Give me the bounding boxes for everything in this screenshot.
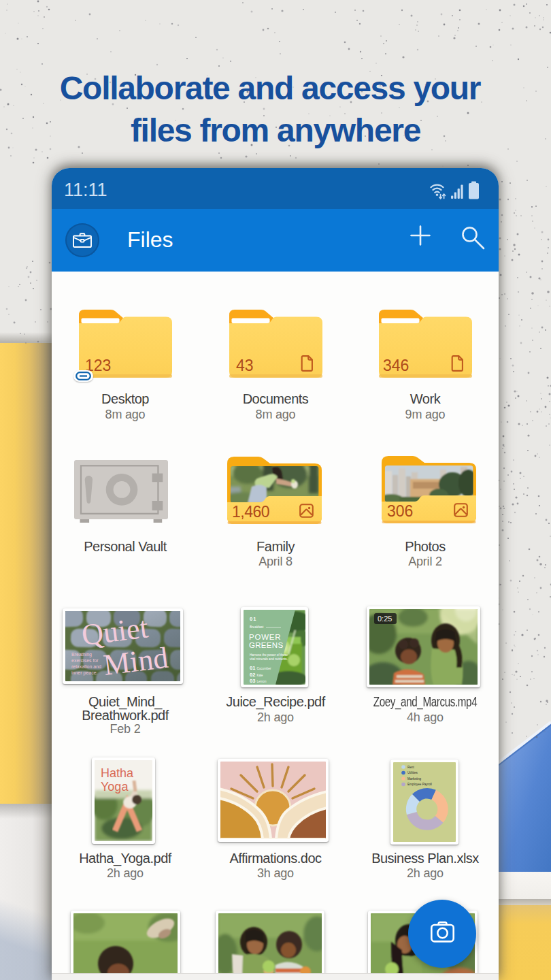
svg-text:Mind: Mind (101, 641, 170, 681)
svg-text:Hatha: Hatha (101, 766, 134, 780)
svg-text:Yoga: Yoga (101, 780, 129, 794)
svg-text:0:25: 0:25 (378, 615, 392, 623)
svg-text:Rent: Rent (407, 766, 414, 769)
svg-text:relaxation and: relaxation and (71, 664, 101, 669)
svg-text:exercises for: exercises for (71, 658, 99, 663)
svg-text:inner peace.: inner peace. (71, 670, 98, 676)
svg-text:Utilities: Utilities (407, 771, 418, 774)
svg-text:01: 01 (250, 616, 256, 622)
svg-text:vital minerals and nutrients.: vital minerals and nutrients. (250, 657, 288, 661)
svg-text:Harness the power of these: Harness the power of these (250, 653, 288, 657)
svg-text:Employee Payroll: Employee Payroll (407, 783, 432, 786)
svg-text:GREENS: GREENS (249, 641, 283, 649)
svg-text:Breakfast: Breakfast (250, 625, 264, 629)
svg-text:Breathing: Breathing (71, 652, 92, 657)
svg-text:POWER: POWER (249, 633, 281, 641)
svg-text:Marketing: Marketing (407, 777, 422, 781)
